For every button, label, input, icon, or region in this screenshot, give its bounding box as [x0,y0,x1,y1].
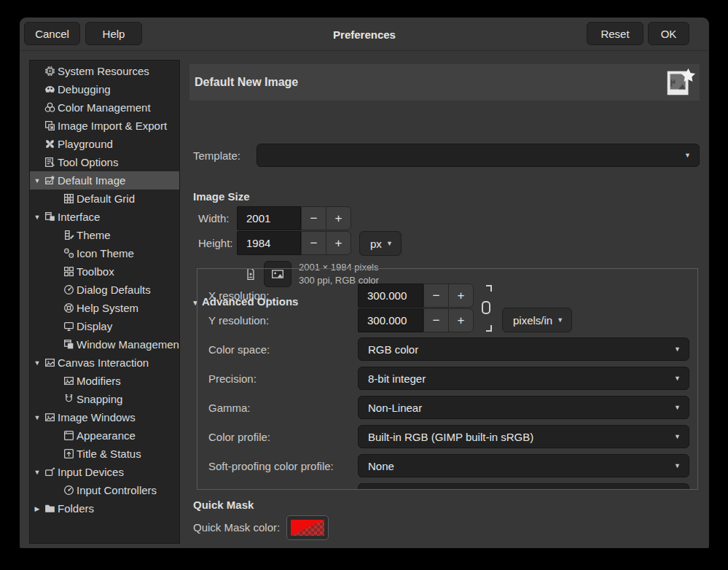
sidebar-item-label: Display [77,320,112,332]
sidebar-item-modifiers[interactable]: Modifiers [30,372,179,390]
quick-mask-color-button[interactable] [286,515,329,540]
sidebar-item-input-controllers[interactable]: Input Controllers [30,481,179,499]
chevron-down-icon: ▼ [557,316,563,324]
expander-closed-icon[interactable]: ▶ [32,505,42,512]
sidebar-item-interface[interactable]: ▼Interface [30,208,179,226]
chevron-down-icon: ▼ [684,152,691,159]
ok-button[interactable]: OK [648,22,689,45]
sidebar-item-label: Dialog Defaults [77,284,151,296]
height-increment-button[interactable]: + [326,231,351,255]
template-label: Template: [193,149,240,162]
color-profile-value: Built-in RGB (GIMP built-in sRGB) [368,431,533,443]
color-space-value: RGB color [368,343,418,356]
soft-proofing-color-profile-dropdown[interactable]: None▼ [358,454,689,477]
image-size-section-label: Image Size [193,190,250,203]
x-resolution-decrement-button[interactable]: − [423,284,449,308]
resolution-unit-dropdown[interactable]: pixels/in ▼ [502,308,572,332]
sidebar-item-image-windows[interactable]: ▼Image Windows [30,408,179,426]
reset-button[interactable]: Reset [587,22,643,45]
sidebar-item-snapping[interactable]: Snapping [30,390,179,408]
height-input[interactable]: 1984 [237,231,301,255]
preferences-category-tree: System ResourcesDebuggingColor Managemen… [29,60,180,544]
gamma-value: Non-Linear [368,402,422,414]
chain-link-icon[interactable] [480,285,496,332]
resolution-unit-value: pixels/in [513,314,552,327]
chip-icon [44,65,56,77]
clipped-dropdown[interactable] [358,483,689,490]
sidebar-item-default-grid[interactable]: Default Grid [30,190,179,208]
sidebar-item-dialog-defaults[interactable]: Dialog Defaults [30,281,179,299]
sidebar-item-default-image[interactable]: ▼Default Image [30,171,179,190]
height-label: Height: [198,237,233,249]
sidebar-item-color-management[interactable]: Color Management [30,98,179,117]
sidebar-item-label: Debugging [58,83,111,95]
sidebar-item-playground[interactable]: Playground [30,135,179,153]
snap-icon [63,393,75,405]
expander-open-icon[interactable]: ▼ [32,214,42,221]
sidebar-item-appearance[interactable]: Appearance [30,426,179,445]
cancel-button[interactable]: Cancel [24,22,80,45]
sidebar-item-label: Help System [77,302,138,314]
y-resolution-input[interactable]: 300.000 [358,308,423,332]
sidebar-item-label: System Resources [58,65,149,77]
gauge-icon [63,284,75,296]
color-profile-dropdown[interactable]: Built-in RGB (GIMP built-in sRGB)▼ [358,425,689,448]
sidebar-item-toolbox[interactable]: Toolbox [30,262,179,281]
folder-icon [44,502,56,515]
sidebar-item-label: Appearance [77,429,136,442]
sidebar-item-display[interactable]: Display [30,317,179,335]
width-decrement-button[interactable]: − [301,206,326,230]
precision-dropdown[interactable]: 8-bit integer▼ [358,367,689,390]
sidebar-item-window-management[interactable]: Window Management [30,335,179,354]
y-resolution-label: Y resolution: [208,314,269,327]
sidebar-item-label: Tool Options [58,156,118,168]
x-resolution-increment-button[interactable]: + [448,284,474,308]
tool-options-icon [44,156,56,168]
width-input[interactable]: 2001 [237,206,301,230]
width-increment-button[interactable]: + [326,206,351,230]
default-image-star-icon [663,66,697,99]
color-circles-icon [44,101,56,114]
window-bar-icon [63,429,75,442]
quick-mask-section-label: Quick Mask [193,499,254,511]
sidebar-item-label: Modifiers [77,375,121,387]
sidebar-item-label: Icon Theme [77,247,134,259]
sidebar-item-canvas-interaction[interactable]: ▼Canvas Interaction [30,354,179,372]
icon-theme-icon [63,247,75,259]
height-decrement-button[interactable]: − [301,231,326,255]
sidebar-item-label: Toolbox [77,265,114,278]
wilber-icon [44,83,56,95]
soft-proofing-color-profile-label: Soft-proofing color profile: [208,460,334,472]
sidebar-item-system-resources[interactable]: System Resources [30,62,179,80]
y-resolution-decrement-button[interactable]: − [423,308,449,332]
expander-open-icon[interactable]: ▼ [32,359,42,367]
chevron-down-icon: ▼ [674,433,681,440]
soft-proofing-color-profile-value: None [368,460,394,472]
sidebar-item-label: Canvas Interaction [58,356,149,369]
sidebar-item-icon-theme[interactable]: Icon Theme [30,244,179,262]
sidebar-item-theme[interactable]: Theme [30,226,179,244]
sidebar-item-folders[interactable]: ▶Folders [30,499,179,518]
sidebar-item-title-status[interactable]: Title & Status [30,445,179,463]
gamma-dropdown[interactable]: Non-Linear▼ [358,396,689,419]
sidebar-item-label: Title & Status [77,448,141,460]
color-space-dropdown[interactable]: RGB color▼ [358,337,689,361]
sidebar-item-input-devices[interactable]: ▼Input Devices [30,463,179,481]
quick-mask-color-label: Quick Mask color: [193,521,280,534]
expander-open-icon[interactable]: ▼ [32,469,42,476]
size-unit-dropdown[interactable]: px ▼ [359,231,402,256]
expander-open-icon[interactable]: ▼ [32,414,42,421]
expander-open-icon[interactable]: ▼ [32,177,42,184]
sidebar-item-tool-options[interactable]: Tool Options [30,153,179,171]
tablet-icon [44,466,56,478]
sidebar-item-image-import-export[interactable]: Image Import & Export [30,117,179,135]
y-resolution-increment-button[interactable]: + [448,308,474,332]
sidebar-item-debugging[interactable]: Debugging [30,80,179,98]
template-dropdown[interactable]: ▼ [257,144,700,167]
sidebar-item-help-system[interactable]: Help System [30,299,179,317]
chevron-down-icon: ▼ [674,462,681,469]
sidebar-item-label: Default Grid [77,192,135,205]
size-unit-value: px [370,238,382,250]
help-button[interactable]: Help [85,22,142,45]
x-resolution-input[interactable]: 300.000 [358,284,423,308]
